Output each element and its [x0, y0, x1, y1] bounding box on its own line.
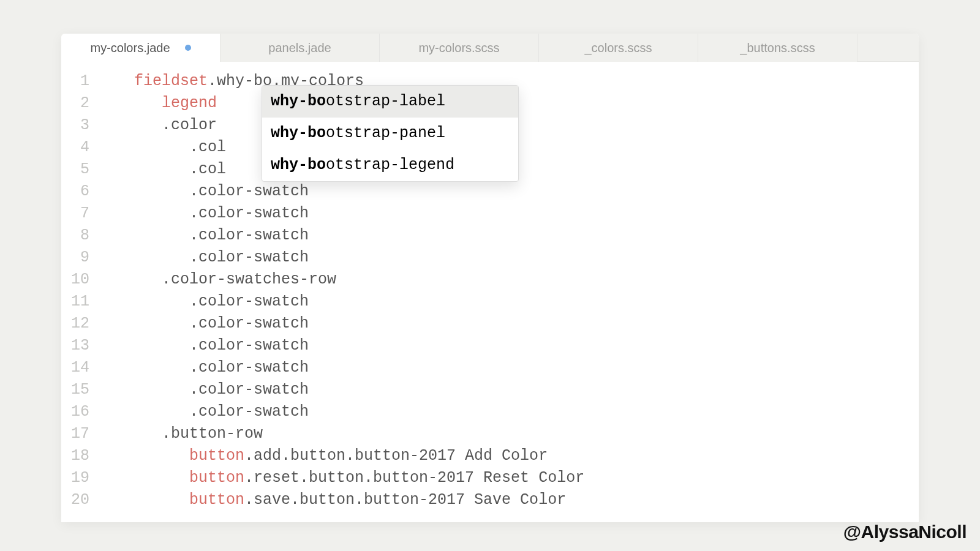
line-number: 8 — [61, 225, 98, 247]
line-number: 16 — [61, 401, 98, 423]
code-line[interactable]: button.reset.button.button-2017 Reset Co… — [107, 467, 584, 489]
autocomplete-suffix: otstrap-label — [326, 92, 445, 110]
line-number: 2 — [61, 92, 98, 114]
tab--buttons-scss[interactable]: _buttons.scss — [698, 34, 858, 62]
autocomplete-item[interactable]: why-bootstrap-legend — [262, 149, 518, 181]
tab-label: _buttons.scss — [740, 41, 815, 55]
line-number: 1 — [61, 70, 98, 92]
code-line[interactable]: .color-swatches-row — [107, 269, 584, 291]
code-line[interactable]: .color-swatch — [107, 401, 584, 423]
editor-window: my-colors.jadepanels.jademy-colors.scss_… — [61, 34, 919, 522]
tab-label: panels.jade — [268, 41, 331, 55]
line-number: 17 — [61, 423, 98, 445]
line-number: 5 — [61, 159, 98, 181]
line-number: 18 — [61, 445, 98, 467]
tab-my-colors-jade[interactable]: my-colors.jade — [61, 34, 221, 62]
autocomplete-suffix: otstrap-legend — [326, 156, 454, 174]
autocomplete-match: why-bo — [271, 92, 326, 110]
tab-label: my-colors.jade — [90, 41, 170, 55]
line-number: 12 — [61, 313, 98, 335]
line-number: 14 — [61, 357, 98, 379]
tab-label: _colors.scss — [584, 41, 652, 55]
code-line[interactable]: .color-swatch — [107, 379, 584, 401]
autocomplete-popup[interactable]: why-bootstrap-labelwhy-bootstrap-panelwh… — [262, 85, 519, 182]
code-line[interactable]: .color-swatch — [107, 335, 584, 357]
line-number: 9 — [61, 247, 98, 269]
tab-bar: my-colors.jadepanels.jademy-colors.scss_… — [61, 34, 919, 62]
tab-panels-jade[interactable]: panels.jade — [221, 34, 380, 62]
code-editor[interactable]: 1234567891011121314151617181920 fieldset… — [61, 62, 919, 511]
line-number: 11 — [61, 291, 98, 313]
tab--colors-scss[interactable]: _colors.scss — [539, 34, 698, 62]
line-gutter: 1234567891011121314151617181920 — [61, 62, 98, 511]
autocomplete-suffix: otstrap-panel — [326, 124, 445, 142]
autocomplete-item[interactable]: why-bootstrap-panel — [262, 118, 518, 149]
line-number: 4 — [61, 137, 98, 159]
autocomplete-item[interactable]: why-bootstrap-label — [262, 86, 518, 118]
code-line[interactable]: .color-swatch — [107, 291, 584, 313]
code-line[interactable]: .button-row — [107, 423, 584, 445]
line-number: 15 — [61, 379, 98, 401]
code-line[interactable]: button.add.button.button-2017 Add Color — [107, 445, 584, 467]
credit-handle: @AlyssaNicoll — [843, 522, 967, 542]
code-line[interactable]: .color-swatch — [107, 313, 584, 335]
autocomplete-match: why-bo — [271, 124, 326, 142]
code-line[interactable]: .color-swatch — [107, 203, 584, 225]
code-line[interactable]: .color-swatch — [107, 225, 584, 247]
line-number: 7 — [61, 203, 98, 225]
code-line[interactable]: .color-swatch — [107, 247, 584, 269]
line-number: 10 — [61, 269, 98, 291]
line-number: 19 — [61, 467, 98, 489]
tab-label: my-colors.scss — [418, 41, 499, 55]
line-number: 13 — [61, 335, 98, 357]
line-number: 20 — [61, 489, 98, 511]
autocomplete-match: why-bo — [271, 156, 326, 174]
line-number: 3 — [61, 114, 98, 137]
code-line[interactable]: .color-swatch — [107, 181, 584, 203]
code-line[interactable]: button.save.button.button-2017 Save Colo… — [107, 489, 584, 511]
code-line[interactable]: .color-swatch — [107, 357, 584, 379]
dirty-indicator-icon — [185, 45, 191, 51]
tab-my-colors-scss[interactable]: my-colors.scss — [380, 34, 539, 62]
line-number: 6 — [61, 181, 98, 203]
